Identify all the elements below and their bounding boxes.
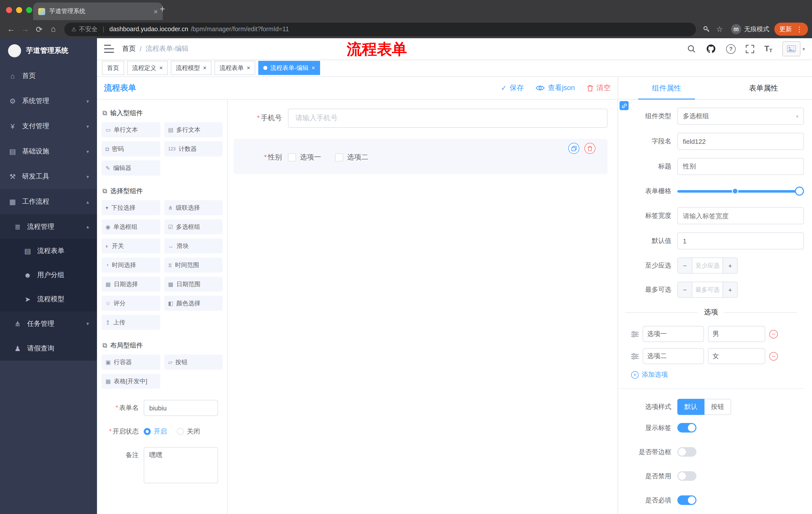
decrease-button[interactable]: − [678,258,692,273]
component-button[interactable]: ▱按钮 [164,355,223,370]
github-icon[interactable] [706,44,716,54]
tag-process-form[interactable]: 流程表单 × [214,61,255,75]
home-icon[interactable]: ⌂ [46,23,60,35]
key-icon[interactable] [700,25,713,33]
search-icon[interactable] [687,44,696,53]
option-2-label-input[interactable] [643,348,704,364]
component-date-range[interactable]: ▩日期范围 [164,277,223,292]
style-button-button[interactable]: 按钮 [704,399,731,415]
required-switch[interactable] [677,495,696,505]
component-single-line-text[interactable]: ▭单行文本 [102,122,160,137]
component-password[interactable]: ◘密码 [102,141,160,156]
browser-tab[interactable]: 芋道管理系统 × [33,2,163,20]
sidebar-collapse-icon[interactable] [104,45,114,53]
gender-option-2[interactable]: 选项二 [335,153,368,162]
add-option-button[interactable]: + 添加选项 [631,370,804,379]
gender-field-block[interactable]: *性别 选项一 选项二 [234,139,608,174]
view-json-button[interactable]: 查看json [536,83,575,92]
sidebar-item-devtools[interactable]: ⚒ 研发工具 ▾ [0,164,97,189]
remove-option-button[interactable]: − [769,330,778,338]
option-2-value-input[interactable] [708,348,765,364]
tag-close-icon[interactable]: × [312,65,315,71]
tab-close-icon[interactable]: × [154,8,158,15]
gender-option-1[interactable]: 选项一 [288,153,321,162]
forward-icon[interactable]: → [18,23,32,35]
copy-field-button[interactable] [568,143,579,154]
sidebar-item-leave-query[interactable]: ♟ 请假查询 [0,336,97,360]
component-date-picker[interactable]: ▦日期选择 [102,277,160,292]
tag-process-form-edit[interactable]: 流程表单-编辑 × [258,61,320,75]
phone-field-row[interactable]: *手机号 请输入手机号 [234,107,608,133]
sidebar-item-user-group[interactable]: ☻ 用户分组 [0,263,97,287]
fullscreen-icon[interactable] [746,45,754,53]
component-table[interactable]: ▦表格[开发中] [102,374,160,389]
increase-button[interactable]: + [723,258,737,273]
sidebar-item-process-mgmt[interactable]: ≣ 流程管理 ▴ [0,214,97,239]
avatar-caret-icon[interactable]: ▾ [803,46,805,52]
component-multi-line-text[interactable]: ▤多行文本 [164,122,223,137]
tag-home[interactable]: 首页 [102,61,124,75]
new-tab-button[interactable]: + [160,4,165,15]
sidebar-item-system[interactable]: ⚙ 系统管理 ▾ [0,88,97,114]
decrease-button[interactable]: − [678,282,692,297]
component-time-range[interactable]: ⧖时间范围 [164,258,223,273]
default-value-input[interactable] [677,232,804,249]
slider-handle[interactable] [795,187,804,196]
breadcrumb-home[interactable]: 首页 [122,44,136,53]
increase-button[interactable]: + [723,282,737,297]
user-avatar-wrap[interactable]: ▾ [782,41,805,56]
component-rate[interactable]: ☆评分 [102,296,160,311]
reload-icon[interactable]: ⟳ [32,23,46,35]
min-select-value[interactable]: 至少应选 [692,258,723,273]
form-name-input[interactable] [144,400,218,416]
sidebar-item-task-mgmt[interactable]: ⋔ 任务管理 ▾ [0,311,97,336]
component-upload[interactable]: ↥上传 [102,315,160,330]
sidebar-item-process-form[interactable]: ▤ 流程表单 [0,239,97,263]
update-button[interactable]: 更新 ⋮ [774,23,808,36]
radio-on[interactable]: 开启 [144,427,167,436]
minimize-window-button[interactable] [16,7,22,13]
sidebar-item-infra[interactable]: ▤ 基础设施 ▾ [0,139,97,164]
component-slider[interactable]: ↔滑块 [164,238,223,253]
tab-component-props[interactable]: 组件属性 [618,77,715,99]
option-1-label-input[interactable] [643,326,704,342]
form-remark-input[interactable]: 嘿嘿 [144,447,218,483]
radio-off[interactable]: 关闭 [177,427,200,436]
phone-input[interactable]: 请输入手机号 [288,109,608,128]
save-button[interactable]: ✓ 保存 [501,83,524,92]
component-counter[interactable]: 123计数器 [164,141,223,156]
back-icon[interactable]: ← [4,23,18,35]
maximize-window-button[interactable] [26,7,32,13]
bookmark-star-icon[interactable]: ☆ [713,25,726,34]
max-select-value[interactable]: 最多可选 [692,282,723,297]
tag-process-model[interactable]: 流程模型 × [171,61,211,75]
link-icon[interactable] [619,101,629,110]
clear-button[interactable]: 清空 [587,83,610,92]
remove-option-button[interactable]: − [769,352,778,360]
field-name-input[interactable] [677,133,804,150]
tag-close-icon[interactable]: × [203,65,206,71]
form-canvas[interactable]: *手机号 请输入手机号 [228,100,617,514]
option-1-value-input[interactable] [708,326,765,342]
component-color-picker[interactable]: ◧颜色选择 [164,296,223,311]
address-bar[interactable]: ⚠ 不安全 | dashboard.yudao.iocoder.cn /bpm/… [64,22,696,36]
component-time-picker[interactable]: ◔时间选择 [102,258,160,273]
sidebar-item-process-model[interactable]: ➤ 流程模型 [0,287,97,311]
border-switch[interactable] [677,447,696,457]
drag-handle-icon[interactable] [631,331,639,337]
avatar[interactable] [782,41,801,56]
slider-track[interactable] [677,190,800,192]
component-checkbox-group[interactable]: ☑多选框组 [164,219,223,234]
show-label-switch[interactable] [677,423,696,433]
tag-process-definition[interactable]: 流程定义 × [127,61,168,75]
sidebar-item-home[interactable]: ⌂ 首页 [0,63,97,88]
tag-close-icon[interactable]: × [159,65,163,71]
title-input[interactable] [677,158,804,175]
browser-menu-icon[interactable]: ⋮ [796,25,803,33]
close-window-button[interactable] [6,7,12,13]
delete-field-button[interactable] [584,143,596,154]
tag-close-icon[interactable]: × [247,65,250,71]
font-size-icon[interactable]: TT [764,44,772,53]
sidebar-item-payment[interactable]: ¥ 支付管理 ▾ [0,114,97,139]
component-editor[interactable]: ✎编辑器 [102,160,160,175]
